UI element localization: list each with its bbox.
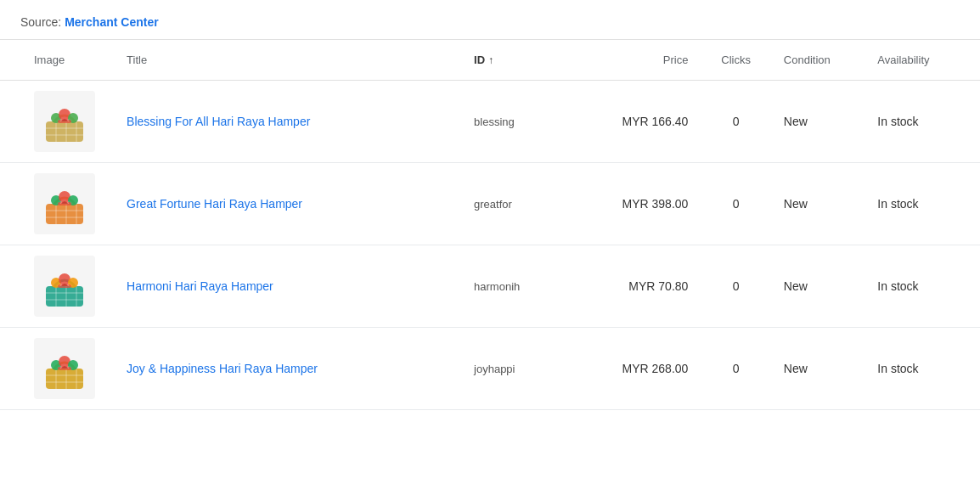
col-header-clicks: Clicks <box>698 40 773 81</box>
product-title-link[interactable]: Harmoni Hari Raya Hamper <box>127 279 273 293</box>
product-image <box>34 256 95 317</box>
col-header-condition: Condition <box>774 40 868 81</box>
product-price-cell: MYR 398.00 <box>586 163 699 245</box>
product-price-cell: MYR 166.40 <box>586 81 699 163</box>
product-image-cell <box>0 245 116 328</box>
product-condition-cell: New <box>774 245 868 328</box>
product-condition-cell: New <box>774 81 868 163</box>
source-prefix: Source: <box>20 15 65 29</box>
product-availability-cell: In stock <box>867 328 980 410</box>
product-id-cell: blessing <box>464 81 586 163</box>
svg-rect-20 <box>46 286 83 307</box>
product-title-link[interactable]: Blessing For All Hari Raya Hamper <box>127 115 310 128</box>
product-title-cell: Blessing For All Hari Raya Hamper <box>116 81 464 163</box>
sort-arrow-icon: ↑ <box>488 54 493 66</box>
product-availability-cell: In stock <box>867 163 980 245</box>
product-image-cell <box>0 163 116 245</box>
id-label: ID <box>474 53 485 66</box>
product-title-cell: Joy & Happiness Hari Raya Hamper <box>116 328 464 410</box>
source-bar: Source: Merchant Center <box>0 0 980 40</box>
product-clicks-cell: 0 <box>698 328 773 410</box>
table-row: Joy & Happiness Hari Raya Hamper joyhapp… <box>0 328 980 410</box>
product-image <box>34 338 95 399</box>
product-price-cell: MYR 268.00 <box>586 328 699 410</box>
table-row: Harmoni Hari Raya Hamper harmonih MYR 70… <box>0 245 980 328</box>
svg-rect-0 <box>46 121 83 142</box>
product-image-cell <box>0 328 116 410</box>
product-availability-cell: In stock <box>867 245 980 328</box>
product-title-link[interactable]: Great Fortune Hari Raya Hamper <box>127 197 302 211</box>
product-title-link[interactable]: Joy & Happiness Hari Raya Hamper <box>127 362 318 375</box>
product-availability-cell: In stock <box>867 81 980 163</box>
product-image-cell <box>0 81 116 163</box>
col-header-price: Price <box>586 40 699 81</box>
product-image <box>34 91 95 152</box>
product-id-cell: harmonih <box>464 245 586 328</box>
svg-rect-30 <box>46 369 83 389</box>
table-header-row: Image Title ID ↑ Price Clicks Condition … <box>0 40 980 81</box>
product-price-cell: MYR 70.80 <box>586 245 699 328</box>
product-clicks-cell: 0 <box>698 163 773 245</box>
product-clicks-cell: 0 <box>698 245 773 328</box>
col-header-image: Image <box>0 40 116 81</box>
table-row: Blessing For All Hari Raya Hamper blessi… <box>0 81 980 163</box>
product-condition-cell: New <box>774 328 868 410</box>
table-row: Great Fortune Hari Raya Hamper greatfor … <box>0 163 980 245</box>
col-header-id[interactable]: ID ↑ <box>464 40 586 81</box>
col-header-title: Title <box>116 40 464 81</box>
product-id-cell: greatfor <box>464 163 586 245</box>
merchant-center-link[interactable]: Merchant Center <box>65 15 158 29</box>
product-id-cell: joyhappi <box>464 328 586 410</box>
product-title-cell: Harmoni Hari Raya Hamper <box>116 245 464 328</box>
product-image <box>34 173 95 234</box>
product-table: Image Title ID ↑ Price Clicks Condition … <box>0 40 980 410</box>
svg-rect-10 <box>46 204 83 224</box>
product-condition-cell: New <box>774 163 868 245</box>
product-title-cell: Great Fortune Hari Raya Hamper <box>116 163 464 245</box>
product-clicks-cell: 0 <box>698 81 773 163</box>
product-table-container: Image Title ID ↑ Price Clicks Condition … <box>0 40 980 410</box>
col-header-availability: Availability <box>867 40 980 81</box>
